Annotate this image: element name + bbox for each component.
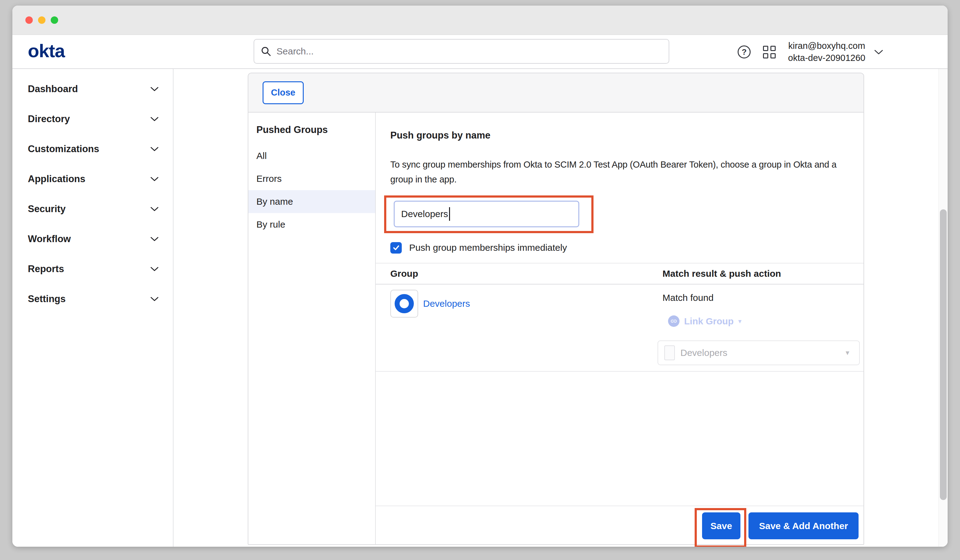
sidebar-item-customizations[interactable]: Customizations	[12, 134, 173, 164]
description: To sync group memberships from Okta to S…	[390, 157, 849, 187]
empty-space	[376, 372, 864, 506]
column-header-group: Group	[390, 269, 662, 279]
scrollbar-track[interactable]	[938, 69, 948, 547]
column-header-match: Match result & push action	[662, 269, 864, 279]
sidebar-item-applications[interactable]: Applications	[12, 164, 173, 194]
account-menu[interactable]: kiran@boxyhq.com okta-dev-20901260	[788, 40, 883, 64]
group-avatar-icon	[395, 294, 414, 313]
window-minimize-icon[interactable]	[38, 16, 45, 24]
browser-window: okta ? kiran@boxyhq.com	[12, 6, 948, 547]
table-header: Group Match result & push action	[376, 264, 864, 285]
search-icon	[261, 46, 272, 57]
select-caret-icon: ▼	[844, 349, 851, 357]
app-header: okta ? kiran@boxyhq.com	[12, 35, 948, 69]
desktop-background: okta ? kiran@boxyhq.com	[0, 0, 960, 560]
header-right-cluster: ? kiran@boxyhq.com okta-dev-20901260	[738, 35, 883, 69]
group-cell: Developers	[390, 285, 662, 371]
caret-down-icon: ▾	[738, 318, 742, 325]
chevron-down-icon	[150, 117, 158, 122]
link-group-dropdown[interactable]: Link Group ▾	[668, 315, 864, 327]
push-immediately-row: Push group memberships immediately	[390, 242, 849, 254]
help-icon[interactable]: ?	[738, 45, 750, 58]
text-cursor	[449, 207, 450, 221]
push-immediately-checkbox[interactable]	[390, 242, 402, 254]
push-groups-panel: Close Pushed Groups All Errors	[248, 73, 864, 545]
chevron-down-icon	[150, 86, 158, 91]
window-zoom-icon[interactable]	[51, 16, 58, 24]
account-org: okta-dev-20901260	[788, 52, 866, 64]
panel-body: Pushed Groups All Errors By name	[248, 112, 864, 544]
tab-all[interactable]: All	[248, 144, 375, 167]
group-name-input[interactable]: Developers	[394, 201, 579, 227]
page-title: Push groups by name	[390, 129, 849, 142]
sidebar-item-reports[interactable]: Reports	[12, 254, 173, 284]
chevron-down-icon	[150, 296, 158, 301]
tab-by-name[interactable]: By name	[248, 190, 375, 213]
panel-header: Close	[248, 73, 864, 112]
sidebar-item-settings[interactable]: Settings	[12, 284, 173, 314]
close-button[interactable]: Close	[262, 81, 304, 104]
match-table: Group Match result & push action	[376, 263, 864, 372]
annotation-box-input: Developers	[384, 195, 594, 233]
window-titlebar	[12, 6, 948, 35]
pushed-groups-nav: Pushed Groups All Errors By name	[248, 112, 376, 544]
tab-by-rule[interactable]: By rule	[248, 213, 375, 236]
link-icon	[668, 315, 680, 327]
account-email: kiran@boxyhq.com	[788, 40, 866, 52]
target-group-value: Developers	[680, 347, 839, 358]
chevron-down-icon	[150, 176, 158, 181]
push-immediately-label: Push group memberships immediately	[409, 242, 567, 253]
chevron-down-icon	[150, 147, 158, 152]
search-input[interactable]	[277, 46, 662, 57]
pushed-groups-list: All Errors By name By rule	[248, 144, 375, 236]
table-row: Developers Match found	[376, 285, 864, 372]
global-search[interactable]	[254, 39, 669, 64]
target-group-select[interactable]: Developers ▼	[658, 341, 860, 365]
check-icon	[392, 244, 400, 252]
match-cell: Match found Link Group	[662, 285, 864, 371]
main-area: Close Pushed Groups All Errors	[173, 69, 938, 547]
save-button[interactable]: Save	[702, 512, 741, 539]
save-add-another-button[interactable]: Save & Add Another	[749, 512, 859, 539]
push-by-name-content: Push groups by name To sync group member…	[376, 112, 864, 544]
chevron-down-icon	[874, 50, 883, 55]
chevron-down-icon	[150, 267, 158, 272]
annotation-box-save: Save	[694, 508, 746, 547]
group-avatar	[390, 290, 418, 318]
tab-errors[interactable]: Errors	[248, 167, 375, 190]
app-switcher-icon[interactable]	[763, 46, 776, 58]
sidebar-item-dashboard[interactable]: Dashboard	[12, 74, 173, 104]
scrollbar-thumb[interactable]	[940, 210, 947, 500]
group-placeholder-icon	[664, 346, 675, 360]
sidebar: Dashboard Directory Customizations Appli…	[12, 69, 173, 547]
pushed-groups-title: Pushed Groups	[248, 124, 375, 136]
match-status: Match found	[662, 293, 864, 303]
panel-footer: Save Save & Add Another	[376, 506, 864, 544]
group-name-link[interactable]: Developers	[423, 298, 470, 309]
link-group-label: Link Group	[684, 316, 734, 326]
sidebar-item-directory[interactable]: Directory	[12, 104, 173, 134]
chevron-down-icon	[150, 237, 158, 242]
content-row: Dashboard Directory Customizations Appli…	[12, 69, 948, 547]
window-close-icon[interactable]	[26, 16, 33, 24]
sidebar-item-security[interactable]: Security	[12, 194, 173, 224]
chevron-down-icon	[150, 206, 158, 211]
sidebar-item-workflow[interactable]: Workflow	[12, 224, 173, 254]
account-info: kiran@boxyhq.com okta-dev-20901260	[788, 40, 866, 64]
okta-logo: okta	[28, 35, 65, 68]
